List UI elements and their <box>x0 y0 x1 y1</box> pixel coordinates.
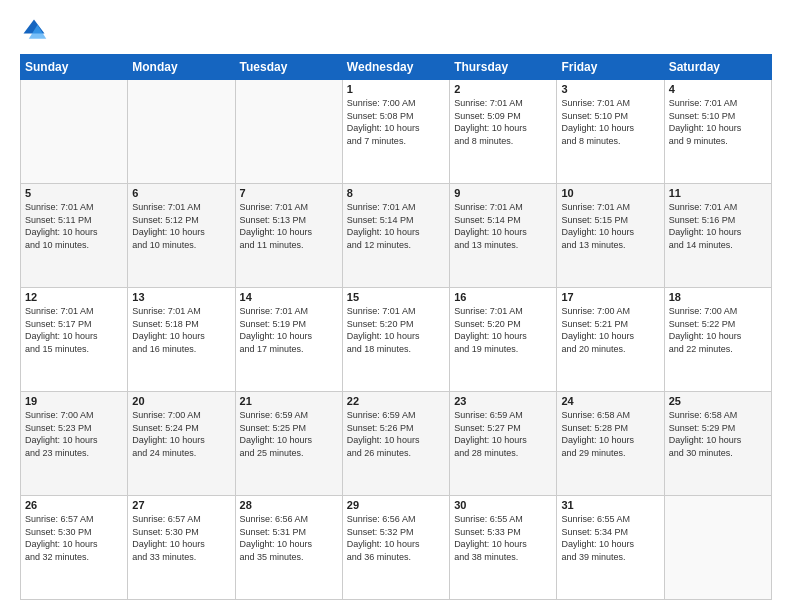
calendar-cell: 3Sunrise: 7:01 AM Sunset: 5:10 PM Daylig… <box>557 80 664 184</box>
day-number: 23 <box>454 395 552 407</box>
day-number: 7 <box>240 187 338 199</box>
day-info: Sunrise: 7:00 AM Sunset: 5:23 PM Dayligh… <box>25 409 123 459</box>
day-number: 28 <box>240 499 338 511</box>
day-info: Sunrise: 7:01 AM Sunset: 5:15 PM Dayligh… <box>561 201 659 251</box>
day-number: 18 <box>669 291 767 303</box>
day-info: Sunrise: 7:01 AM Sunset: 5:20 PM Dayligh… <box>454 305 552 355</box>
calendar-cell: 13Sunrise: 7:01 AM Sunset: 5:18 PM Dayli… <box>128 288 235 392</box>
day-info: Sunrise: 6:57 AM Sunset: 5:30 PM Dayligh… <box>132 513 230 563</box>
day-info: Sunrise: 6:56 AM Sunset: 5:31 PM Dayligh… <box>240 513 338 563</box>
calendar-cell: 14Sunrise: 7:01 AM Sunset: 5:19 PM Dayli… <box>235 288 342 392</box>
calendar-week-row: 5Sunrise: 7:01 AM Sunset: 5:11 PM Daylig… <box>21 184 772 288</box>
calendar-cell: 9Sunrise: 7:01 AM Sunset: 5:14 PM Daylig… <box>450 184 557 288</box>
calendar-cell <box>235 80 342 184</box>
day-number: 10 <box>561 187 659 199</box>
day-number: 25 <box>669 395 767 407</box>
calendar-cell <box>128 80 235 184</box>
day-info: Sunrise: 6:59 AM Sunset: 5:27 PM Dayligh… <box>454 409 552 459</box>
day-info: Sunrise: 6:55 AM Sunset: 5:33 PM Dayligh… <box>454 513 552 563</box>
day-info: Sunrise: 6:56 AM Sunset: 5:32 PM Dayligh… <box>347 513 445 563</box>
logo <box>20 16 52 44</box>
header <box>20 16 772 44</box>
calendar-cell: 28Sunrise: 6:56 AM Sunset: 5:31 PM Dayli… <box>235 496 342 600</box>
weekday-header-saturday: Saturday <box>664 55 771 80</box>
calendar-week-row: 26Sunrise: 6:57 AM Sunset: 5:30 PM Dayli… <box>21 496 772 600</box>
calendar-cell: 8Sunrise: 7:01 AM Sunset: 5:14 PM Daylig… <box>342 184 449 288</box>
calendar-cell <box>664 496 771 600</box>
day-info: Sunrise: 6:57 AM Sunset: 5:30 PM Dayligh… <box>25 513 123 563</box>
day-info: Sunrise: 6:59 AM Sunset: 5:26 PM Dayligh… <box>347 409 445 459</box>
calendar-cell: 18Sunrise: 7:00 AM Sunset: 5:22 PM Dayli… <box>664 288 771 392</box>
day-number: 21 <box>240 395 338 407</box>
weekday-header-tuesday: Tuesday <box>235 55 342 80</box>
weekday-header-wednesday: Wednesday <box>342 55 449 80</box>
day-number: 13 <box>132 291 230 303</box>
day-number: 26 <box>25 499 123 511</box>
day-info: Sunrise: 7:01 AM Sunset: 5:14 PM Dayligh… <box>347 201 445 251</box>
calendar-cell: 22Sunrise: 6:59 AM Sunset: 5:26 PM Dayli… <box>342 392 449 496</box>
day-info: Sunrise: 7:01 AM Sunset: 5:10 PM Dayligh… <box>561 97 659 147</box>
calendar-cell: 24Sunrise: 6:58 AM Sunset: 5:28 PM Dayli… <box>557 392 664 496</box>
weekday-header-monday: Monday <box>128 55 235 80</box>
day-number: 11 <box>669 187 767 199</box>
day-number: 19 <box>25 395 123 407</box>
day-info: Sunrise: 7:01 AM Sunset: 5:10 PM Dayligh… <box>669 97 767 147</box>
day-number: 8 <box>347 187 445 199</box>
day-info: Sunrise: 7:01 AM Sunset: 5:09 PM Dayligh… <box>454 97 552 147</box>
calendar-week-row: 19Sunrise: 7:00 AM Sunset: 5:23 PM Dayli… <box>21 392 772 496</box>
calendar-cell: 1Sunrise: 7:00 AM Sunset: 5:08 PM Daylig… <box>342 80 449 184</box>
day-info: Sunrise: 7:00 AM Sunset: 5:21 PM Dayligh… <box>561 305 659 355</box>
day-info: Sunrise: 7:01 AM Sunset: 5:11 PM Dayligh… <box>25 201 123 251</box>
logo-icon <box>20 16 48 44</box>
day-info: Sunrise: 6:58 AM Sunset: 5:28 PM Dayligh… <box>561 409 659 459</box>
calendar-week-row: 12Sunrise: 7:01 AM Sunset: 5:17 PM Dayli… <box>21 288 772 392</box>
calendar-cell: 23Sunrise: 6:59 AM Sunset: 5:27 PM Dayli… <box>450 392 557 496</box>
calendar-cell: 19Sunrise: 7:00 AM Sunset: 5:23 PM Dayli… <box>21 392 128 496</box>
day-info: Sunrise: 7:01 AM Sunset: 5:17 PM Dayligh… <box>25 305 123 355</box>
day-number: 29 <box>347 499 445 511</box>
calendar-cell: 21Sunrise: 6:59 AM Sunset: 5:25 PM Dayli… <box>235 392 342 496</box>
day-info: Sunrise: 7:01 AM Sunset: 5:19 PM Dayligh… <box>240 305 338 355</box>
calendar-week-row: 1Sunrise: 7:00 AM Sunset: 5:08 PM Daylig… <box>21 80 772 184</box>
day-info: Sunrise: 7:01 AM Sunset: 5:16 PM Dayligh… <box>669 201 767 251</box>
day-info: Sunrise: 7:00 AM Sunset: 5:08 PM Dayligh… <box>347 97 445 147</box>
calendar-cell: 27Sunrise: 6:57 AM Sunset: 5:30 PM Dayli… <box>128 496 235 600</box>
calendar-cell: 5Sunrise: 7:01 AM Sunset: 5:11 PM Daylig… <box>21 184 128 288</box>
day-number: 15 <box>347 291 445 303</box>
day-info: Sunrise: 7:01 AM Sunset: 5:14 PM Dayligh… <box>454 201 552 251</box>
day-info: Sunrise: 7:01 AM Sunset: 5:20 PM Dayligh… <box>347 305 445 355</box>
calendar-cell: 26Sunrise: 6:57 AM Sunset: 5:30 PM Dayli… <box>21 496 128 600</box>
day-info: Sunrise: 6:59 AM Sunset: 5:25 PM Dayligh… <box>240 409 338 459</box>
calendar: SundayMondayTuesdayWednesdayThursdayFrid… <box>20 54 772 600</box>
calendar-cell: 30Sunrise: 6:55 AM Sunset: 5:33 PM Dayli… <box>450 496 557 600</box>
day-number: 20 <box>132 395 230 407</box>
weekday-header-row: SundayMondayTuesdayWednesdayThursdayFrid… <box>21 55 772 80</box>
calendar-cell: 20Sunrise: 7:00 AM Sunset: 5:24 PM Dayli… <box>128 392 235 496</box>
day-info: Sunrise: 6:55 AM Sunset: 5:34 PM Dayligh… <box>561 513 659 563</box>
day-number: 5 <box>25 187 123 199</box>
day-number: 24 <box>561 395 659 407</box>
calendar-cell: 4Sunrise: 7:01 AM Sunset: 5:10 PM Daylig… <box>664 80 771 184</box>
day-number: 1 <box>347 83 445 95</box>
calendar-cell: 31Sunrise: 6:55 AM Sunset: 5:34 PM Dayli… <box>557 496 664 600</box>
day-number: 27 <box>132 499 230 511</box>
day-info: Sunrise: 7:01 AM Sunset: 5:18 PM Dayligh… <box>132 305 230 355</box>
calendar-cell: 10Sunrise: 7:01 AM Sunset: 5:15 PM Dayli… <box>557 184 664 288</box>
calendar-cell: 11Sunrise: 7:01 AM Sunset: 5:16 PM Dayli… <box>664 184 771 288</box>
day-number: 2 <box>454 83 552 95</box>
calendar-cell: 16Sunrise: 7:01 AM Sunset: 5:20 PM Dayli… <box>450 288 557 392</box>
calendar-cell: 12Sunrise: 7:01 AM Sunset: 5:17 PM Dayli… <box>21 288 128 392</box>
day-info: Sunrise: 7:00 AM Sunset: 5:22 PM Dayligh… <box>669 305 767 355</box>
day-number: 4 <box>669 83 767 95</box>
day-number: 6 <box>132 187 230 199</box>
day-number: 31 <box>561 499 659 511</box>
day-info: Sunrise: 7:01 AM Sunset: 5:13 PM Dayligh… <box>240 201 338 251</box>
calendar-cell: 17Sunrise: 7:00 AM Sunset: 5:21 PM Dayli… <box>557 288 664 392</box>
weekday-header-thursday: Thursday <box>450 55 557 80</box>
day-number: 12 <box>25 291 123 303</box>
calendar-cell: 7Sunrise: 7:01 AM Sunset: 5:13 PM Daylig… <box>235 184 342 288</box>
day-number: 17 <box>561 291 659 303</box>
calendar-cell: 15Sunrise: 7:01 AM Sunset: 5:20 PM Dayli… <box>342 288 449 392</box>
day-info: Sunrise: 7:01 AM Sunset: 5:12 PM Dayligh… <box>132 201 230 251</box>
calendar-cell <box>21 80 128 184</box>
